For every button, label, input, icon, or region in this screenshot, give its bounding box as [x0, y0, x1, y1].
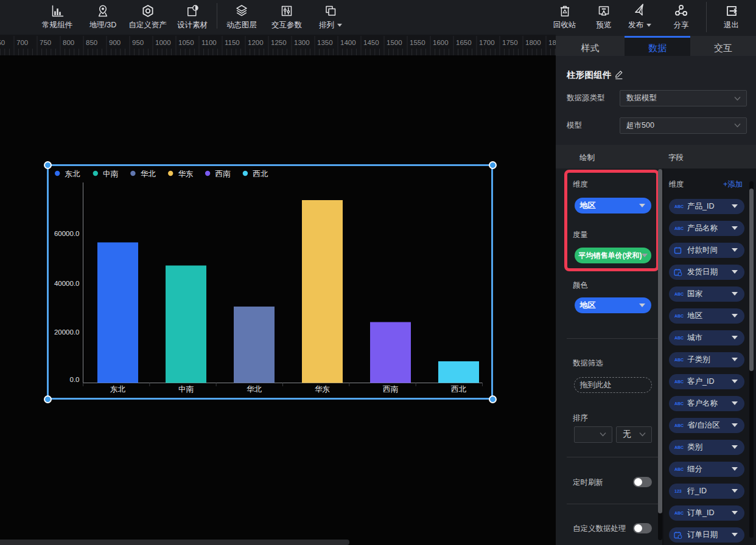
- svg-text:0.0: 0.0: [70, 376, 80, 383]
- svg-text:60000.0: 60000.0: [54, 230, 80, 237]
- svg-text:40000.0: 40000.0: [54, 280, 80, 287]
- svg-text:东北: 东北: [110, 385, 126, 394]
- svg-text:中南: 中南: [178, 385, 194, 394]
- svg-text:中南: 中南: [103, 170, 119, 178]
- svg-text:东北: 东北: [65, 170, 81, 178]
- svg-text:华东: 华东: [315, 385, 330, 394]
- svg-text:西北: 西北: [253, 170, 268, 178]
- svg-text:西北: 西北: [451, 385, 467, 394]
- svg-text:西南: 西南: [215, 170, 231, 178]
- svg-text:华东: 华东: [178, 170, 194, 178]
- svg-text:华北: 华北: [247, 385, 262, 394]
- svg-text:20000.0: 20000.0: [54, 328, 80, 336]
- svg-text:华北: 华北: [141, 170, 156, 178]
- svg-text:西南: 西南: [383, 385, 399, 394]
